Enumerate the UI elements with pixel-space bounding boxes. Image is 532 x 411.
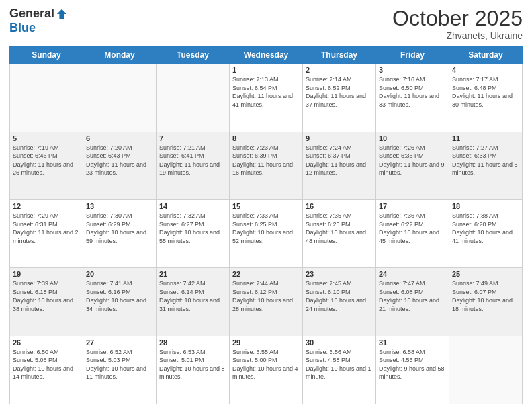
day-header-thursday: Thursday <box>303 47 376 64</box>
day-number: 22 <box>232 270 300 278</box>
day-number: 4 <box>452 66 519 74</box>
day-number: 5 <box>13 134 80 142</box>
day-number: 25 <box>452 270 519 278</box>
day-info: Sunrise: 7:27 AMSunset: 6:33 PMDaylight:… <box>452 144 519 177</box>
location: Zhvanets, Ukraine <box>392 30 523 41</box>
calendar-week-1: 1Sunrise: 7:13 AMSunset: 6:54 PMDaylight… <box>10 64 523 132</box>
day-info: Sunrise: 7:44 AMSunset: 6:12 PMDaylight:… <box>232 279 300 313</box>
calendar-cell: 26Sunrise: 6:50 AMSunset: 5:05 PMDayligh… <box>10 336 83 404</box>
day-info: Sunrise: 7:20 AMSunset: 6:43 PMDaylight:… <box>86 144 153 177</box>
calendar-cell: 8Sunrise: 7:23 AMSunset: 6:39 PMDaylight… <box>230 132 303 199</box>
day-header-monday: Monday <box>83 47 157 64</box>
day-info: Sunrise: 7:49 AMSunset: 6:07 PMDaylight:… <box>452 279 519 313</box>
day-number: 24 <box>379 270 446 278</box>
calendar-cell <box>83 64 157 132</box>
calendar-cell: 31Sunrise: 6:58 AMSunset: 4:56 PMDayligh… <box>376 336 449 404</box>
day-info: Sunrise: 7:35 AMSunset: 6:23 PMDaylight:… <box>306 212 373 245</box>
day-header-friday: Friday <box>376 47 449 64</box>
day-info: Sunrise: 6:52 AMSunset: 5:03 PMDaylight:… <box>86 348 153 381</box>
calendar-cell: 25Sunrise: 7:49 AMSunset: 6:07 PMDayligh… <box>449 268 523 336</box>
day-info: Sunrise: 7:41 AMSunset: 6:16 PMDaylight:… <box>86 279 153 313</box>
calendar-cell: 18Sunrise: 7:38 AMSunset: 6:20 PMDayligh… <box>449 199 523 267</box>
calendar-cell: 11Sunrise: 7:27 AMSunset: 6:33 PMDayligh… <box>449 132 523 199</box>
day-number: 11 <box>452 134 519 142</box>
day-number: 26 <box>13 338 80 347</box>
day-info: Sunrise: 7:21 AMSunset: 6:41 PMDaylight:… <box>159 144 226 177</box>
day-info: Sunrise: 7:38 AMSunset: 6:20 PMDaylight:… <box>452 212 519 245</box>
day-number: 29 <box>232 338 300 347</box>
calendar-cell: 2Sunrise: 7:14 AMSunset: 6:52 PMDaylight… <box>303 64 376 132</box>
day-header-sunday: Sunday <box>10 47 83 64</box>
day-info: Sunrise: 6:55 AMSunset: 5:00 PMDaylight:… <box>232 348 300 381</box>
day-info: Sunrise: 7:16 AMSunset: 6:50 PMDaylight:… <box>379 75 446 109</box>
calendar-cell: 16Sunrise: 7:35 AMSunset: 6:23 PMDayligh… <box>303 199 376 267</box>
day-number: 3 <box>379 66 446 74</box>
day-number: 14 <box>159 202 226 210</box>
day-number: 15 <box>232 202 300 210</box>
logo-general-text: General <box>9 7 54 21</box>
day-number: 23 <box>306 270 373 278</box>
day-info: Sunrise: 7:19 AMSunset: 6:46 PMDaylight:… <box>13 144 80 177</box>
day-info: Sunrise: 6:56 AMSunset: 4:58 PMDaylight:… <box>306 348 373 381</box>
calendar-cell: 5Sunrise: 7:19 AMSunset: 6:46 PMDaylight… <box>10 132 83 199</box>
day-info: Sunrise: 7:17 AMSunset: 6:48 PMDaylight:… <box>452 75 519 109</box>
calendar-cell: 3Sunrise: 7:16 AMSunset: 6:50 PMDaylight… <box>376 64 449 132</box>
logo: General Blue <box>9 7 68 35</box>
calendar-cell: 6Sunrise: 7:20 AMSunset: 6:43 PMDaylight… <box>83 132 157 199</box>
day-info: Sunrise: 7:42 AMSunset: 6:14 PMDaylight:… <box>159 279 226 313</box>
month-title: October 2025 <box>392 7 523 30</box>
day-number: 27 <box>86 338 153 347</box>
calendar-cell: 12Sunrise: 7:29 AMSunset: 6:31 PMDayligh… <box>10 199 83 267</box>
day-number: 18 <box>452 202 519 210</box>
day-number: 17 <box>379 202 446 210</box>
day-info: Sunrise: 7:23 AMSunset: 6:39 PMDaylight:… <box>232 144 300 177</box>
header-right: October 2025 Zhvanets, Ukraine <box>392 7 523 41</box>
day-number: 7 <box>159 134 226 142</box>
logo-blue-text: Blue <box>9 21 36 35</box>
calendar-cell: 24Sunrise: 7:47 AMSunset: 6:08 PMDayligh… <box>376 268 449 336</box>
day-info: Sunrise: 7:30 AMSunset: 6:29 PMDaylight:… <box>86 212 153 245</box>
day-info: Sunrise: 7:47 AMSunset: 6:08 PMDaylight:… <box>379 279 446 313</box>
day-number: 1 <box>232 66 300 74</box>
calendar-cell: 7Sunrise: 7:21 AMSunset: 6:41 PMDaylight… <box>157 132 230 199</box>
day-info: Sunrise: 7:26 AMSunset: 6:35 PMDaylight:… <box>379 144 446 177</box>
day-number: 10 <box>379 134 446 142</box>
logo-icon <box>56 8 68 20</box>
calendar-cell: 14Sunrise: 7:32 AMSunset: 6:27 PMDayligh… <box>157 199 230 267</box>
day-number: 30 <box>306 338 373 347</box>
day-info: Sunrise: 7:24 AMSunset: 6:37 PMDaylight:… <box>306 144 373 177</box>
day-header-wednesday: Wednesday <box>230 47 303 64</box>
day-info: Sunrise: 7:39 AMSunset: 6:18 PMDaylight:… <box>13 279 80 313</box>
day-info: Sunrise: 7:29 AMSunset: 6:31 PMDaylight:… <box>13 212 80 245</box>
calendar-cell: 10Sunrise: 7:26 AMSunset: 6:35 PMDayligh… <box>376 132 449 199</box>
calendar-week-4: 19Sunrise: 7:39 AMSunset: 6:18 PMDayligh… <box>10 268 523 336</box>
day-number: 16 <box>306 202 373 210</box>
page: General Blue October 2025 Zhvanets, Ukra… <box>0 0 532 411</box>
day-info: Sunrise: 7:33 AMSunset: 6:25 PMDaylight:… <box>232 212 300 245</box>
day-number: 28 <box>159 338 226 347</box>
calendar-cell <box>157 64 230 132</box>
calendar-week-5: 26Sunrise: 6:50 AMSunset: 5:05 PMDayligh… <box>10 336 523 404</box>
day-info: Sunrise: 7:32 AMSunset: 6:27 PMDaylight:… <box>159 212 226 245</box>
day-info: Sunrise: 7:36 AMSunset: 6:22 PMDaylight:… <box>379 212 446 245</box>
day-number: 2 <box>306 66 373 74</box>
day-info: Sunrise: 7:14 AMSunset: 6:52 PMDaylight:… <box>306 75 373 109</box>
header: General Blue October 2025 Zhvanets, Ukra… <box>9 7 523 41</box>
day-info: Sunrise: 7:13 AMSunset: 6:54 PMDaylight:… <box>232 75 300 109</box>
day-number: 21 <box>159 270 226 278</box>
calendar-cell <box>10 64 83 132</box>
day-info: Sunrise: 6:50 AMSunset: 5:05 PMDaylight:… <box>13 348 80 381</box>
calendar-cell <box>449 336 523 404</box>
calendar-week-2: 5Sunrise: 7:19 AMSunset: 6:46 PMDaylight… <box>10 132 523 199</box>
calendar-cell: 13Sunrise: 7:30 AMSunset: 6:29 PMDayligh… <box>83 199 157 267</box>
day-number: 8 <box>232 134 300 142</box>
calendar-header-row: SundayMondayTuesdayWednesdayThursdayFrid… <box>10 47 523 64</box>
calendar-cell: 4Sunrise: 7:17 AMSunset: 6:48 PMDaylight… <box>449 64 523 132</box>
calendar-cell: 28Sunrise: 6:53 AMSunset: 5:01 PMDayligh… <box>157 336 230 404</box>
day-info: Sunrise: 7:45 AMSunset: 6:10 PMDaylight:… <box>306 279 373 313</box>
calendar-cell: 1Sunrise: 7:13 AMSunset: 6:54 PMDaylight… <box>230 64 303 132</box>
calendar-cell: 21Sunrise: 7:42 AMSunset: 6:14 PMDayligh… <box>157 268 230 336</box>
day-number: 9 <box>306 134 373 142</box>
calendar-cell: 20Sunrise: 7:41 AMSunset: 6:16 PMDayligh… <box>83 268 157 336</box>
calendar-cell: 19Sunrise: 7:39 AMSunset: 6:18 PMDayligh… <box>10 268 83 336</box>
